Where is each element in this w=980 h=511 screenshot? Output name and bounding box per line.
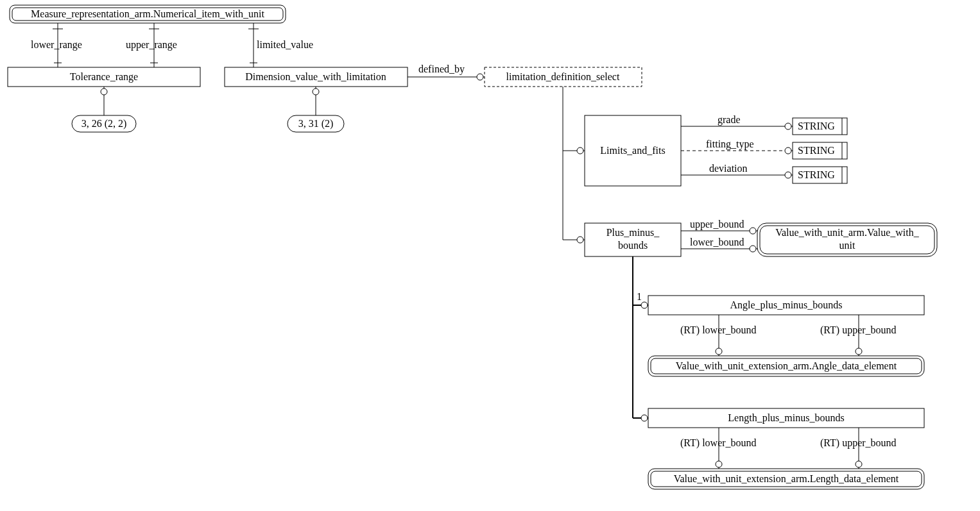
type-string-grade: STRING [793,118,847,135]
svg-point-56 [855,348,862,355]
svg-point-51 [641,415,648,421]
svg-point-26 [577,237,583,243]
attr-deviation: deviation [681,163,793,178]
string-grade-label: STRING [798,121,835,131]
svg-point-63 [855,461,862,467]
svg-point-31 [785,147,791,154]
attr-length-rt-upper: (RT) upper_bound [820,428,897,469]
dimension-value-label: Dimension_value_with_limitation [245,71,386,82]
connector-lower-range: lower_range [31,23,82,67]
svg-point-29 [785,123,791,130]
upper-bound-label: upper_bound [690,219,744,230]
angle-pmb-label: Angle_plus_minus_bounds [730,299,842,311]
lower-range-label: lower_range [31,39,82,51]
svg-point-61 [716,461,722,467]
pageref-dimension-value: 3, 31 (2) [288,87,344,132]
attr-angle-rt-lower: (RT) lower_bound [680,315,757,356]
subtype-one-label: 1 [637,291,642,302]
entity-angle-data-element: Value_with_unit_extension_arm.Angle_data… [648,356,924,376]
subtype-tree-pmb: 1 [633,256,648,421]
length-rt-lower-label: (RT) lower_bound [680,437,757,449]
length-pmb-label: Length_plus_minus_bounds [728,412,844,424]
pageref-dimension-value-label: 3, 31 (2) [298,118,334,130]
attr-upper-bound: upper_bound [681,219,757,234]
select-trunk [563,87,585,243]
value-with-unit-line2: unit [839,240,855,251]
attr-fitting-type: fitting_type [681,138,793,154]
entity-angle-pmb: Angle_plus_minus_bounds [648,296,924,315]
entity-dimension-value-with-limitation: Dimension_value_with_limitation [225,67,408,87]
angle-data-element-label: Value_with_unit_extension_arm.Angle_data… [676,360,897,372]
pageref-tolerance-range-label: 3, 26 (2, 2) [82,118,127,130]
grade-label: grade [718,114,741,126]
attr-length-rt-lower: (RT) lower_bound [680,428,757,469]
connector-upper-range: upper_range [126,23,177,67]
string-fitting-label: STRING [798,145,835,156]
entity-numerical-item-with-unit: Measure_representation_arm.Numerical_ite… [10,5,286,23]
type-string-deviation: STRING [793,167,847,183]
pmb-label-line1: Plus_minus_ [606,227,660,238]
connector-limited-value: limited_value [248,23,313,67]
entity-limits-and-fits: Limits_and_fits [585,115,681,186]
attr-angle-rt-upper: (RT) upper_bound [820,315,897,356]
svg-point-44 [750,246,756,252]
entity-length-pmb: Length_plus_minus_bounds [648,408,924,428]
length-rt-upper-label: (RT) upper_bound [820,437,897,449]
numerical-item-label: Measure_representation_arm.Numerical_ite… [31,8,264,20]
entity-plus-minus-bounds: Plus_minus_ bounds [585,223,681,256]
svg-point-49 [641,302,648,308]
upper-range-label: upper_range [126,39,177,51]
deviation-label: deviation [709,163,748,174]
type-string-fitting: STRING [793,142,847,159]
tolerance-range-label: Tolerance_range [70,71,138,83]
attr-grade: grade [681,114,793,130]
svg-point-42 [750,228,756,234]
fitting-type-label: fitting_type [706,138,754,150]
pageref-tolerance-range: 3, 26 (2, 2) [72,87,136,132]
select-limitation-definition: limitation_definition_select [485,67,642,87]
svg-point-54 [716,348,722,355]
svg-point-17 [313,88,319,95]
lower-bound-label: lower_bound [690,237,744,247]
connector-defined-by: defined_by [408,63,485,80]
angle-rt-lower-label: (RT) lower_bound [680,324,757,336]
limited-value-label: limited_value [257,39,313,50]
entity-tolerance-range: Tolerance_range [8,67,200,87]
value-with-unit-line1: Value_with_unit_arm.Value_with_ [775,227,920,238]
svg-point-24 [577,147,583,154]
pmb-label-line2: bounds [618,240,648,251]
string-deviation-label: STRING [798,169,835,180]
angle-rt-upper-label: (RT) upper_bound [820,324,897,336]
svg-point-13 [101,88,107,95]
svg-point-33 [785,172,791,178]
defined-by-label: defined_by [418,63,465,75]
attr-lower-bound: lower_bound [681,237,757,252]
limitation-select-label: limitation_definition_select [506,71,620,82]
length-data-element-label: Value_with_unit_extension_arm.Length_dat… [674,473,899,485]
entity-value-with-unit: Value_with_unit_arm.Value_with_ unit [757,223,937,256]
svg-point-20 [477,74,483,80]
entity-length-data-element: Value_with_unit_extension_arm.Length_dat… [648,469,924,489]
limits-and-fits-label: Limits_and_fits [600,145,665,156]
